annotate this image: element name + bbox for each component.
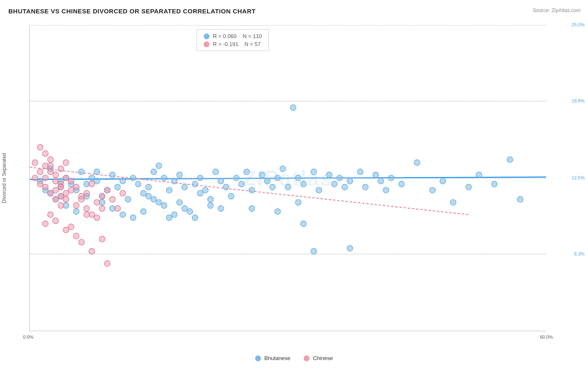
svg-point-126 xyxy=(63,190,69,196)
svg-point-59 xyxy=(326,172,332,178)
svg-point-10 xyxy=(58,184,64,190)
svg-point-108 xyxy=(275,209,281,215)
svg-point-102 xyxy=(187,209,193,215)
svg-point-62 xyxy=(342,184,348,190)
svg-point-35 xyxy=(182,184,188,190)
chart-title: BHUTANESE VS CHINESE DIVORCED OR SEPARAT… xyxy=(8,8,256,15)
svg-point-161 xyxy=(48,212,54,217)
svg-point-112 xyxy=(42,151,48,156)
svg-point-24 xyxy=(125,197,131,202)
svg-point-46 xyxy=(244,169,250,175)
svg-point-95 xyxy=(94,169,100,175)
bottom-legend-chinese: Chinese xyxy=(304,355,333,361)
svg-point-50 xyxy=(269,184,275,190)
svg-point-152 xyxy=(120,190,126,196)
svg-point-97 xyxy=(347,245,353,251)
x-tick: 0.0% xyxy=(23,335,33,340)
svg-point-47 xyxy=(249,187,255,193)
svg-point-145 xyxy=(48,157,54,163)
svg-point-15 xyxy=(79,169,84,175)
svg-point-162 xyxy=(42,221,48,227)
svg-point-90 xyxy=(53,197,59,202)
bottom-legend-dot-chinese xyxy=(304,355,309,361)
svg-point-65 xyxy=(363,184,368,190)
legend-dot-chinese xyxy=(204,41,210,47)
svg-point-157 xyxy=(68,224,74,230)
legend-dot-bhutanese xyxy=(204,33,210,39)
svg-point-72 xyxy=(429,187,435,193)
svg-point-30 xyxy=(156,163,162,169)
svg-point-103 xyxy=(197,190,203,196)
svg-point-6 xyxy=(37,178,43,184)
grid-line xyxy=(29,101,546,102)
svg-point-26 xyxy=(135,181,141,187)
svg-point-96 xyxy=(311,248,317,254)
svg-point-9 xyxy=(48,190,54,196)
svg-point-71 xyxy=(414,160,420,166)
svg-point-63 xyxy=(347,178,353,184)
svg-point-18 xyxy=(94,178,100,184)
svg-point-80 xyxy=(99,199,105,205)
svg-point-20 xyxy=(99,193,105,199)
svg-point-101 xyxy=(176,199,182,205)
svg-point-109 xyxy=(295,199,301,205)
svg-point-153 xyxy=(53,218,59,224)
svg-point-133 xyxy=(84,190,89,196)
source-text: Source: ZipAtlas.com xyxy=(533,8,580,13)
svg-point-111 xyxy=(37,169,43,175)
svg-point-113 xyxy=(37,181,43,187)
svg-point-32 xyxy=(166,187,172,193)
svg-point-105 xyxy=(218,206,224,212)
svg-point-79 xyxy=(517,197,523,202)
svg-point-155 xyxy=(73,233,79,239)
svg-point-67 xyxy=(378,178,384,184)
svg-point-92 xyxy=(73,209,79,215)
svg-point-122 xyxy=(53,187,59,193)
svg-point-76 xyxy=(476,172,482,178)
grid-line xyxy=(29,25,546,26)
svg-point-74 xyxy=(450,199,456,205)
svg-point-57 xyxy=(311,169,317,175)
svg-point-116 xyxy=(42,184,48,190)
bottom-legend-dot-bhutanese xyxy=(255,355,261,361)
svg-point-43 xyxy=(228,193,234,199)
svg-point-22 xyxy=(120,178,126,184)
svg-point-83 xyxy=(130,215,136,221)
y-tick: 18.8% xyxy=(572,98,585,103)
svg-point-163 xyxy=(89,248,95,254)
svg-point-94 xyxy=(84,193,89,199)
svg-point-143 xyxy=(42,163,48,169)
svg-point-77 xyxy=(491,181,497,187)
svg-point-39 xyxy=(207,197,213,202)
svg-point-75 xyxy=(466,184,472,190)
svg-point-146 xyxy=(53,172,59,178)
y-tick: 12.5% xyxy=(572,175,585,180)
svg-line-5 xyxy=(30,167,468,215)
svg-point-84 xyxy=(141,209,146,215)
svg-point-36 xyxy=(192,181,198,187)
legend-box: R = 0.060 N = 110 R = -0.191 N = 57 xyxy=(197,29,269,51)
svg-point-130 xyxy=(73,184,79,190)
svg-point-136 xyxy=(84,206,89,212)
svg-point-144 xyxy=(37,144,43,150)
svg-point-150 xyxy=(110,197,115,202)
svg-point-159 xyxy=(84,212,89,217)
svg-point-123 xyxy=(58,193,64,199)
y-axis-label: Divorced or Separated xyxy=(0,25,8,331)
svg-point-140 xyxy=(94,215,100,221)
svg-point-119 xyxy=(48,190,54,196)
svg-point-106 xyxy=(301,221,307,227)
svg-point-147 xyxy=(58,166,64,172)
svg-point-93 xyxy=(42,187,48,193)
svg-point-52 xyxy=(280,166,286,172)
svg-point-23 xyxy=(115,184,120,190)
svg-point-38 xyxy=(202,187,208,193)
svg-point-21 xyxy=(110,172,115,178)
svg-point-129 xyxy=(68,187,74,193)
svg-point-14 xyxy=(73,187,79,193)
svg-point-120 xyxy=(53,197,59,202)
svg-point-66 xyxy=(373,172,378,178)
y-tick: 25.0% xyxy=(572,22,585,27)
svg-point-78 xyxy=(507,157,513,163)
grid-line xyxy=(29,178,546,179)
